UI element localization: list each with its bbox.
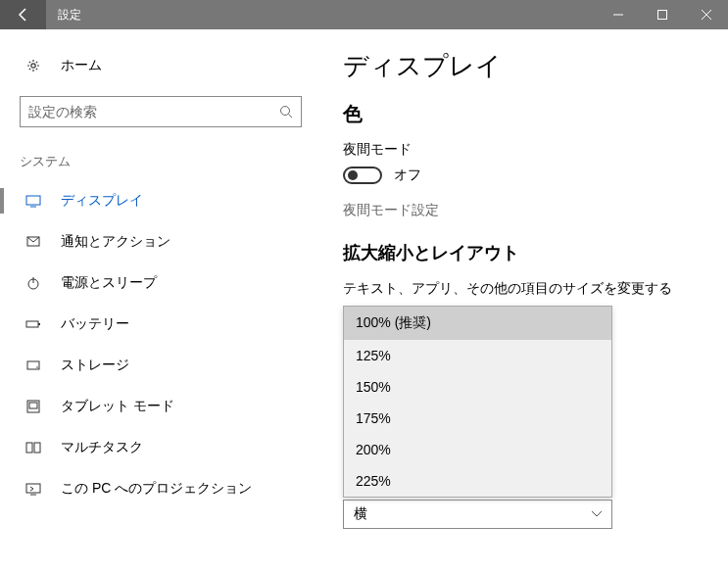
- scale-option[interactable]: 100% (推奨): [344, 307, 611, 340]
- window-title: 設定: [46, 7, 596, 24]
- sidebar-item-label: マルチタスク: [61, 439, 143, 456]
- gear-icon: [24, 58, 43, 73]
- sidebar-item-power[interactable]: 電源とスリープ: [12, 263, 314, 304]
- sidebar-item-storage[interactable]: ストレージ: [12, 345, 314, 386]
- scale-option[interactable]: 200%: [344, 434, 611, 465]
- projection-icon: [24, 481, 43, 497]
- battery-icon: [24, 316, 43, 332]
- svg-rect-15: [29, 403, 37, 408]
- svg-rect-16: [26, 443, 32, 453]
- power-icon: [24, 275, 43, 291]
- notification-icon: [24, 234, 43, 250]
- tablet-icon: [24, 399, 43, 414]
- orientation-value: 横: [354, 505, 367, 523]
- scale-label: テキスト、アプリ、その他の項目のサイズを変更する: [343, 280, 699, 298]
- orientation-dropdown[interactable]: 横: [343, 500, 612, 529]
- sidebar-item-projection[interactable]: この PC へのプロジェクション: [12, 468, 314, 509]
- sidebar-item-label: 通知とアクション: [61, 233, 170, 251]
- night-mode-label: 夜間モード: [343, 141, 699, 159]
- scale-dropdown-open[interactable]: 100% (推奨) 125% 150% 175% 200% 225%: [343, 306, 612, 498]
- night-mode-settings-link[interactable]: 夜間モード設定: [343, 202, 699, 219]
- sidebar-item-label: タブレット モード: [61, 398, 174, 415]
- maximize-button[interactable]: [640, 0, 684, 29]
- search-input-container[interactable]: [20, 96, 302, 127]
- sidebar-category: システム: [12, 147, 314, 180]
- sidebar: ホーム システム ディスプレイ 通知とアクション 電源とスリープ バッテリー: [0, 29, 314, 573]
- night-mode-toggle[interactable]: [343, 167, 382, 184]
- arrow-left-icon: [16, 7, 31, 23]
- multitask-icon: [24, 440, 43, 455]
- sidebar-item-display[interactable]: ディスプレイ: [12, 180, 314, 221]
- color-section-title: 色: [343, 101, 699, 127]
- search-input[interactable]: [28, 104, 279, 119]
- close-button[interactable]: [684, 0, 728, 29]
- sidebar-item-label: バッテリー: [61, 315, 129, 333]
- svg-point-13: [36, 366, 38, 368]
- svg-rect-11: [38, 323, 40, 325]
- night-mode-state: オフ: [394, 167, 421, 184]
- chevron-down-icon: [592, 511, 602, 517]
- search-icon: [279, 105, 293, 119]
- scale-section-title: 拡大縮小とレイアウト: [343, 241, 699, 264]
- svg-rect-12: [27, 361, 39, 369]
- sidebar-item-label: この PC へのプロジェクション: [61, 480, 252, 498]
- svg-rect-1: [657, 11, 666, 20]
- monitor-icon: [24, 193, 43, 209]
- home-link[interactable]: ホーム: [12, 49, 314, 82]
- svg-rect-10: [26, 321, 38, 327]
- scale-option[interactable]: 125%: [344, 340, 611, 371]
- sidebar-item-notifications[interactable]: 通知とアクション: [12, 221, 314, 263]
- storage-icon: [24, 358, 43, 373]
- scale-option[interactable]: 225%: [344, 465, 611, 497]
- titlebar: 設定: [0, 0, 728, 29]
- scale-option[interactable]: 150%: [344, 371, 611, 403]
- sidebar-item-label: 電源とスリープ: [61, 274, 157, 292]
- toggle-knob: [348, 170, 358, 180]
- sidebar-item-tablet[interactable]: タブレット モード: [12, 386, 314, 427]
- svg-point-2: [31, 64, 35, 68]
- sidebar-item-multitask[interactable]: マルチタスク: [12, 427, 314, 468]
- sidebar-item-label: ディスプレイ: [61, 192, 143, 210]
- scale-option[interactable]: 175%: [344, 403, 611, 434]
- home-label: ホーム: [61, 57, 102, 74]
- main-panel: ディスプレイ 色 夜間モード オフ 夜間モード設定 拡大縮小とレイアウト テキス…: [314, 29, 728, 573]
- svg-line-4: [289, 115, 293, 119]
- svg-point-3: [281, 107, 290, 116]
- minimize-button[interactable]: [596, 0, 640, 29]
- window-controls: [596, 0, 728, 29]
- back-button[interactable]: [0, 0, 46, 29]
- page-title: ディスプレイ: [343, 49, 699, 83]
- sidebar-item-battery[interactable]: バッテリー: [12, 304, 314, 345]
- svg-rect-17: [34, 443, 40, 453]
- sidebar-item-label: ストレージ: [61, 357, 129, 374]
- svg-rect-5: [26, 196, 40, 205]
